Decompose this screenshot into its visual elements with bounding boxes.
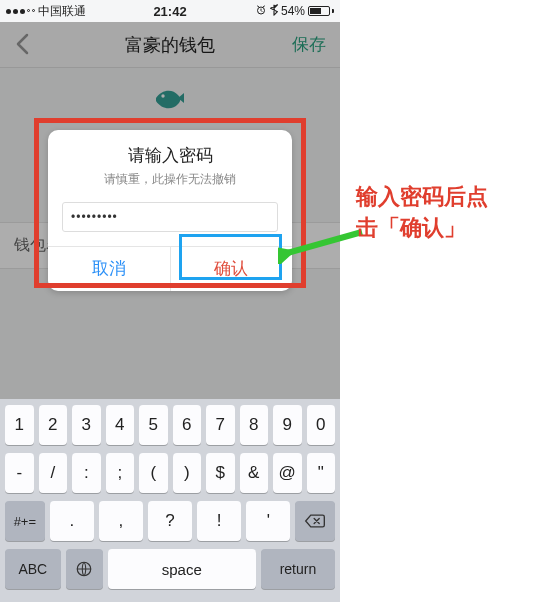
keyboard-row-2: - / : ; ( ) $ & @ ": [3, 453, 337, 493]
status-right: 54%: [255, 4, 334, 19]
keyboard: 1 2 3 4 5 6 7 8 9 0 - / : ; ( ) $ & @ " …: [0, 399, 340, 602]
key-7[interactable]: 7: [206, 405, 235, 445]
svg-line-3: [284, 232, 362, 254]
key-space[interactable]: space: [108, 549, 256, 589]
key-0[interactable]: 0: [307, 405, 336, 445]
status-left: 中国联通: [6, 3, 86, 20]
key-quote[interactable]: ": [307, 453, 336, 493]
key-8[interactable]: 8: [240, 405, 269, 445]
status-bar: 中国联通 21:42 54%: [0, 0, 340, 22]
key-at[interactable]: @: [273, 453, 302, 493]
battery-icon: [308, 6, 334, 16]
key-symbol-toggle[interactable]: #+=: [5, 501, 45, 541]
annotation-line-1: 输入密码后点: [356, 182, 536, 213]
key-lparen[interactable]: (: [139, 453, 168, 493]
battery-pct: 54%: [281, 4, 305, 18]
key-colon[interactable]: :: [72, 453, 101, 493]
alarm-icon: [255, 4, 267, 19]
key-5[interactable]: 5: [139, 405, 168, 445]
signal-dots-icon: [6, 9, 35, 14]
globe-icon: [75, 560, 93, 578]
key-4[interactable]: 4: [106, 405, 135, 445]
key-9[interactable]: 9: [273, 405, 302, 445]
key-question[interactable]: ?: [148, 501, 192, 541]
keyboard-row-4: ABC space return: [3, 549, 337, 589]
key-slash[interactable]: /: [39, 453, 68, 493]
key-rparen[interactable]: ): [173, 453, 202, 493]
annotation-callout: 输入密码后点 击「确认」: [356, 182, 536, 244]
annotation-blue-box: [179, 234, 282, 280]
key-apostrophe[interactable]: ': [246, 501, 290, 541]
key-dash[interactable]: -: [5, 453, 34, 493]
keyboard-row-3: #+= . , ? ! ': [3, 501, 337, 541]
carrier-label: 中国联通: [38, 3, 86, 20]
key-backspace[interactable]: [295, 501, 335, 541]
bluetooth-icon: [270, 4, 278, 19]
key-comma[interactable]: ,: [99, 501, 143, 541]
key-globe[interactable]: [66, 549, 103, 589]
annotation-arrow-icon: [278, 224, 364, 264]
key-period[interactable]: .: [50, 501, 94, 541]
key-6[interactable]: 6: [173, 405, 202, 445]
key-exclaim[interactable]: !: [197, 501, 241, 541]
key-return[interactable]: return: [261, 549, 335, 589]
key-amp[interactable]: &: [240, 453, 269, 493]
key-semicolon[interactable]: ;: [106, 453, 135, 493]
phone-frame: 中国联通 21:42 54% 富豪的钱包 保存: [0, 0, 340, 602]
key-2[interactable]: 2: [39, 405, 68, 445]
annotation-line-2: 击「确认」: [356, 213, 536, 244]
keyboard-row-1: 1 2 3 4 5 6 7 8 9 0: [3, 405, 337, 445]
key-dollar[interactable]: $: [206, 453, 235, 493]
backspace-icon: [304, 513, 326, 529]
key-abc[interactable]: ABC: [5, 549, 61, 589]
key-3[interactable]: 3: [72, 405, 101, 445]
key-1[interactable]: 1: [5, 405, 34, 445]
